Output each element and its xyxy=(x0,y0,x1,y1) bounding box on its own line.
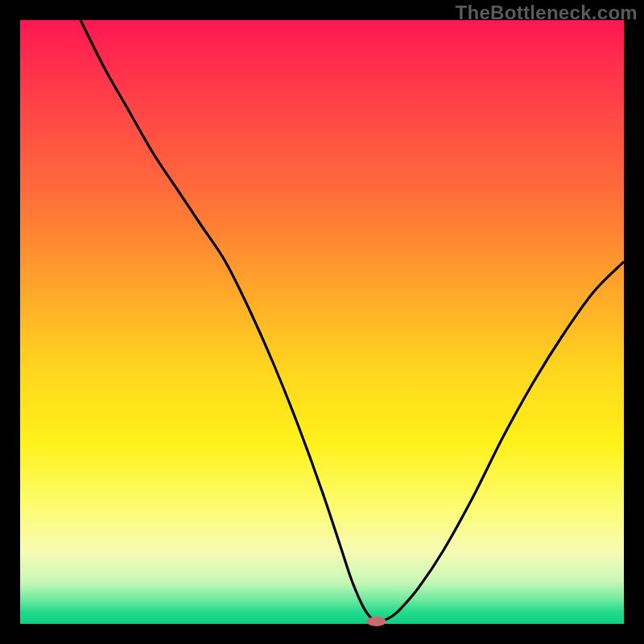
optimal-marker xyxy=(367,617,386,626)
chart-overlay xyxy=(20,20,624,624)
chart-container: TheBottleneck.com xyxy=(0,0,644,644)
plot-area xyxy=(20,20,624,624)
bottleneck-curve xyxy=(80,20,624,621)
